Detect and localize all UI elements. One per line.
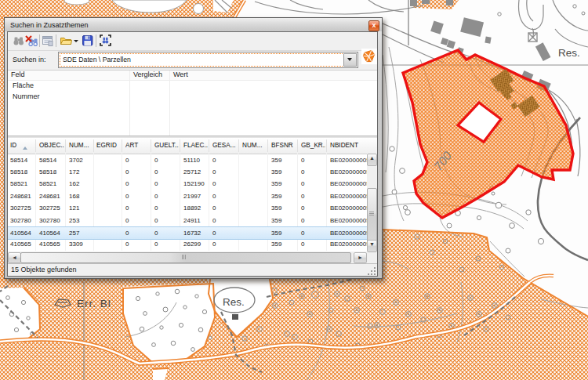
svg-text:Res.: Res.	[223, 296, 245, 308]
svg-text:Res.: Res.	[558, 47, 580, 59]
svg-text:Err. Bl: Err. Bl	[77, 298, 111, 309]
